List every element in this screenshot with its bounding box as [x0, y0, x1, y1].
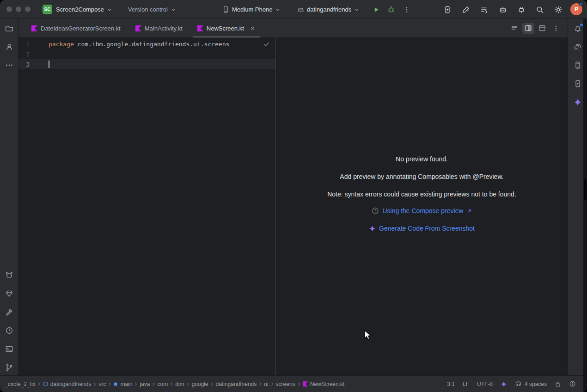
breadcrumb-label: datingandfriends [50, 381, 92, 387]
project-selector[interactable]: Screen2Compose [56, 0, 113, 19]
breadcrumb-item[interactable]: screens [276, 381, 295, 387]
svg-text:?: ? [374, 208, 377, 213]
breadcrumb-label: main [120, 381, 132, 387]
design-view-button[interactable] [536, 23, 548, 34]
gemini-status-button[interactable] [501, 381, 507, 387]
device-selector-label: Medium Phone [232, 6, 272, 13]
search-everywhere-button[interactable] [533, 3, 546, 16]
breadcrumb-item[interactable]: main [113, 381, 132, 387]
ellipsis-icon [5, 61, 13, 69]
kotlin-file-icon [303, 381, 308, 386]
run-button[interactable] [370, 3, 382, 16]
app-quality-insights-tool-button[interactable] [2, 287, 16, 300]
debug-button[interactable] [385, 3, 397, 16]
text-caret [49, 61, 49, 68]
breadcrumb-item[interactable]: com [157, 381, 168, 387]
breadcrumb-item[interactable]: datingandfriends [43, 381, 92, 387]
close-tab-icon[interactable] [250, 26, 255, 31]
gemini-tool-button[interactable] [571, 95, 585, 109]
editor-options-button[interactable] [550, 23, 562, 34]
breadcrumb-item[interactable]: ibm [175, 381, 184, 387]
running-devices-tool-button[interactable] [571, 77, 585, 91]
breadcrumb-label: java [140, 381, 150, 387]
indent-label: 4 spaces [525, 381, 547, 387]
tab-label: DateIdeasGeneratorScreen.kt [41, 25, 121, 32]
project-tool-button[interactable] [2, 22, 16, 36]
statusbar: _circle_2_fix datingandfriends src main … [0, 375, 587, 392]
studio-bot-button[interactable] [496, 3, 509, 16]
breadcrumb-label: datingandfriends [216, 381, 257, 387]
tab-newscreen[interactable]: NewScreen.kt [190, 19, 263, 37]
encoding-widget[interactable]: UTF-8 [477, 381, 493, 387]
code-editor[interactable]: 1 package com.ibm.google.datingandfriend… [18, 38, 275, 375]
minimize-window-button[interactable] [16, 6, 21, 12]
run-configuration-selector[interactable]: datingandfriends [297, 0, 360, 19]
tab-mainactivity[interactable]: MainActivity.kt [128, 19, 190, 37]
gradle-tool-button[interactable] [571, 40, 585, 54]
readonly-toggle[interactable] [555, 381, 561, 387]
breadcrumb-item[interactable]: datingandfriends [216, 381, 257, 387]
caret-position-widget[interactable]: 3:1 [447, 381, 455, 387]
tab-label: MainActivity.kt [145, 25, 183, 32]
version-control-label: Version control [128, 6, 168, 13]
chevron-right-icon [258, 382, 263, 386]
gradle-elephant-icon [574, 43, 582, 51]
breadcrumb: _circle_2_fix datingandfriends src main … [5, 381, 344, 387]
device-manager-tool-button[interactable] [571, 58, 585, 72]
breadcrumb-item[interactable]: google [191, 381, 208, 387]
version-control-tool-button[interactable] [2, 361, 16, 374]
settings-button[interactable] [552, 3, 564, 16]
breadcrumb-item[interactable]: NewScreen.kt [303, 381, 345, 387]
close-window-button[interactable] [6, 6, 12, 12]
ai-assistant-button[interactable] [459, 3, 472, 16]
source-root-icon [113, 382, 118, 386]
commit-tool-button[interactable] [2, 40, 16, 54]
zoom-window-button[interactable] [25, 6, 31, 12]
plugins-button[interactable] [515, 3, 527, 16]
breadcrumb-item[interactable]: src [98, 381, 106, 387]
kebab-menu-icon [403, 6, 410, 13]
scrollbar-thumb[interactable] [584, 179, 587, 200]
device-mirroring-button[interactable] [441, 3, 453, 16]
preview-scrollbar[interactable] [583, 19, 587, 392]
logcat-tool-button[interactable] [2, 268, 16, 282]
code-view-button[interactable] [508, 23, 520, 34]
titlebar: SC Screen2Compose Version control Medium… [0, 0, 587, 19]
tab-dateideasgeneratorscreen[interactable]: DateIdeasGeneratorScreen.kt [24, 19, 128, 37]
build-variants-button[interactable] [478, 3, 490, 16]
breadcrumb-item[interactable]: _circle_2_fix [5, 381, 36, 387]
problems-tool-button[interactable] [2, 324, 16, 337]
project-icon-label: SC [44, 7, 51, 12]
breadcrumb-item[interactable]: ui [264, 381, 268, 387]
line-separator-widget[interactable]: LF [463, 381, 469, 387]
terminal-tool-button[interactable] [2, 342, 16, 356]
bug-icon [387, 6, 395, 13]
app-module-icon [297, 6, 305, 13]
warning-circle-icon [5, 326, 13, 335]
inspection-ok-icon[interactable] [263, 41, 270, 48]
compose-preview-help-link[interactable]: ? Using the Compose preview [276, 207, 568, 214]
breadcrumb-item[interactable]: java [140, 381, 150, 387]
chevron-right-icon [107, 382, 112, 386]
project-icon: SC [43, 5, 52, 14]
mouse-cursor [363, 330, 373, 340]
status-info-button[interactable] [569, 380, 576, 387]
chevron-right-icon [210, 382, 214, 386]
device-selector[interactable]: Medium Phone [222, 0, 281, 19]
chevron-right-icon [297, 382, 301, 386]
tab-label: NewScreen.kt [207, 25, 244, 32]
notifications-button[interactable] [571, 22, 585, 36]
breadcrumb-label: screens [276, 381, 295, 387]
more-tool-windows-button[interactable] [2, 58, 16, 72]
split-view-button[interactable] [522, 23, 534, 34]
help-icon: ? [372, 207, 379, 214]
user-avatar[interactable]: P [570, 3, 582, 15]
version-control-menu[interactable]: Version control [128, 0, 177, 19]
generate-code-link[interactable]: Generate Code From Screenshot [276, 225, 568, 232]
build-tool-button[interactable] [2, 305, 16, 319]
run-more-options-button[interactable] [400, 3, 413, 16]
compose-preview-panel: No preview found. Add preview by annotat… [275, 38, 568, 375]
breadcrumb-label: src [98, 381, 106, 387]
kotlin-file-icon [31, 25, 37, 31]
indent-widget[interactable]: 4 spaces [515, 380, 547, 387]
